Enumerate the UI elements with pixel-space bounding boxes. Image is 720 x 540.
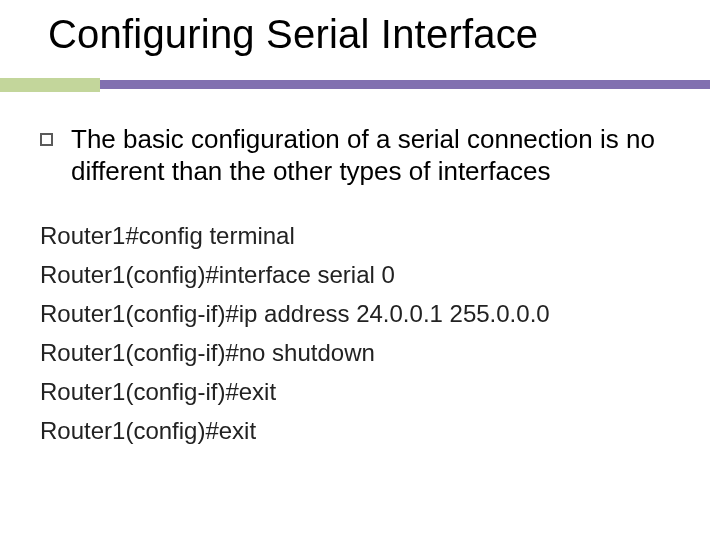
code-line: Router1(config-if)#no shutdown <box>40 339 680 367</box>
square-bullet-icon <box>40 133 53 146</box>
code-line: Router1(config-if)#ip address 24.0.0.1 2… <box>40 300 680 328</box>
slide: Configuring Serial Interface The basic c… <box>0 0 720 540</box>
slide-title: Configuring Serial Interface <box>48 12 538 57</box>
body-text: The basic configuration of a serial conn… <box>40 124 680 187</box>
code-line: Router1(config)#interface serial 0 <box>40 261 680 289</box>
underline-accent-purple <box>100 80 710 89</box>
code-line: Router1(config-if)#exit <box>40 378 680 406</box>
code-line: Router1#config terminal <box>40 222 680 250</box>
underline-accent-green <box>0 78 100 92</box>
bullet-text: The basic configuration of a serial conn… <box>71 124 680 187</box>
bullet-item: The basic configuration of a serial conn… <box>40 124 680 187</box>
code-line: Router1(config)#exit <box>40 417 680 445</box>
code-block: Router1#config terminal Router1(config)#… <box>40 222 680 456</box>
title-underline <box>0 78 720 94</box>
